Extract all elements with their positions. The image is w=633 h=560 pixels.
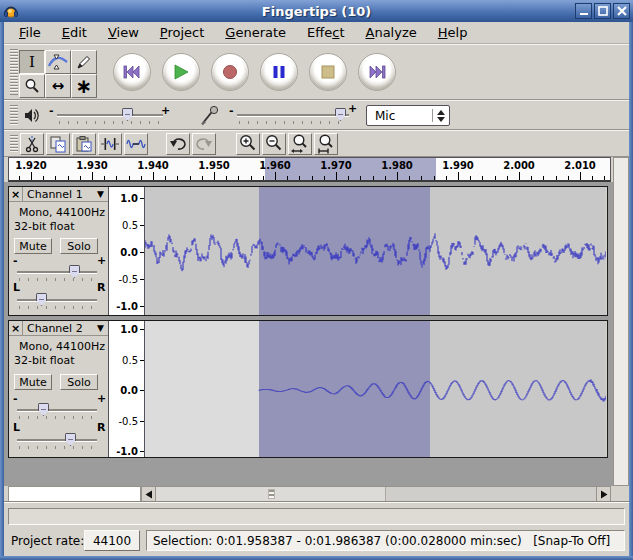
project-rate-label: Project rate: (11, 534, 84, 548)
window-border (0, 556, 633, 560)
silence-button[interactable] (124, 133, 148, 155)
play-button[interactable] (162, 53, 200, 91)
stop-button[interactable] (309, 53, 347, 91)
horizontal-scrollbar-track[interactable] (156, 486, 596, 502)
copy-icon (49, 135, 67, 153)
track2-pan-thumb[interactable] (65, 433, 76, 446)
menu-file[interactable]: File (13, 24, 47, 41)
input-source-select[interactable]: Mic (366, 105, 450, 126)
track1-solo-button[interactable]: Solo (60, 238, 98, 254)
menu-edit[interactable]: Edit (56, 24, 93, 41)
horizontal-scrollbar-thumb[interactable] (156, 487, 386, 501)
track2-gain-slider[interactable] (17, 403, 97, 419)
track1-mute-button[interactable]: Mute (14, 238, 52, 254)
spinner-down-icon (437, 117, 445, 122)
axis-label: 0.5 (122, 354, 138, 365)
vertical-scrollbar[interactable] (613, 157, 629, 486)
stop-icon (321, 65, 335, 79)
track1-pan-slider[interactable] (17, 293, 97, 309)
undo-button[interactable] (166, 133, 190, 155)
pause-icon (272, 65, 286, 79)
window-content: FileEditViewProjectGenerateEffectAnalyze… (4, 22, 629, 556)
scroll-left-button[interactable] (141, 486, 156, 502)
fit-selection-icon (290, 134, 310, 154)
track2-mute-button[interactable]: Mute (14, 374, 52, 390)
ruler-major-tick (458, 172, 459, 180)
fit-selection-button[interactable] (288, 133, 312, 155)
ruler-minor-tick (104, 176, 105, 180)
track1-title-bar: × Channel 1 ▼ (9, 187, 108, 202)
track2-solo-button[interactable]: Solo (60, 374, 98, 390)
track2-menu-dropdown-icon[interactable]: ▼ (97, 323, 108, 333)
copy-button[interactable] (46, 133, 70, 155)
menu-view[interactable]: View (102, 24, 145, 41)
close-button[interactable] (613, 3, 630, 19)
spinner-up-icon (437, 110, 445, 115)
toolbar-grip[interactable] (10, 105, 18, 125)
ruler-minor-tick (312, 176, 313, 180)
menu-analyze[interactable]: Analyze (360, 24, 423, 41)
menu-bar: FileEditViewProjectGenerateEffectAnalyze… (4, 22, 629, 44)
selection-tool-button[interactable]: I (19, 50, 45, 74)
minimize-icon (579, 6, 589, 16)
skip-to-start-button[interactable] (113, 53, 151, 91)
track1-format: Mono, 44100Hz (19, 206, 105, 219)
menu-effect[interactable]: Effect (301, 24, 350, 41)
axis-tick (140, 306, 144, 307)
track1-waveform[interactable] (145, 187, 607, 315)
draw-tool-button[interactable] (71, 50, 97, 74)
pause-button[interactable] (260, 53, 298, 91)
trim-button[interactable] (98, 133, 122, 155)
zoom-out-button[interactable] (262, 133, 286, 155)
multi-tool-button[interactable]: ∗ (71, 74, 97, 98)
maximize-icon (598, 6, 608, 16)
timeline-ruler[interactable]: 1.9201.9301.9401.9501.9601.9701.9801.990… (8, 157, 611, 182)
track1-menu-dropdown-icon[interactable]: ▼ (97, 189, 108, 199)
skip-to-end-button[interactable] (358, 53, 396, 91)
fit-project-button[interactable] (314, 133, 338, 155)
ruler-major-tick (153, 172, 154, 180)
toolbar-grip[interactable] (10, 135, 18, 152)
ruler-minor-tick (238, 176, 239, 180)
ruler-minor-tick (177, 176, 178, 180)
output-plus-label: + (161, 104, 170, 117)
output-volume-thumb[interactable] (122, 108, 133, 121)
select-spinner[interactable] (433, 110, 449, 122)
time-shift-tool-button[interactable]: ↔ (45, 74, 71, 98)
track1-gain-slider[interactable] (17, 265, 97, 281)
track2-gain-thumb[interactable] (38, 403, 49, 416)
track1-pan-thumb[interactable] (36, 293, 47, 306)
minimize-button[interactable] (575, 3, 592, 19)
scroll-right-button[interactable] (596, 486, 611, 502)
menu-generate[interactable]: Generate (219, 24, 292, 41)
track2-close-button[interactable]: × (9, 321, 23, 335)
maximize-button[interactable] (594, 3, 611, 19)
ruler-minor-tick (604, 176, 605, 180)
track1-gain-thumb[interactable] (69, 265, 80, 278)
paste-button[interactable] (72, 133, 96, 155)
project-rate-value[interactable]: 44100 (84, 530, 140, 551)
track2-waveform[interactable] (145, 321, 607, 457)
output-volume-slider[interactable] (57, 108, 163, 124)
play-icon (173, 64, 189, 80)
track1-close-button[interactable]: × (9, 187, 23, 201)
record-button[interactable] (211, 53, 249, 91)
menu-project[interactable]: Project (154, 24, 211, 41)
input-volume-thumb[interactable] (335, 108, 346, 121)
ruler-minor-tick (251, 176, 252, 180)
menu-help[interactable]: Help (432, 24, 474, 41)
ruler-minor-tick (141, 176, 142, 180)
input-volume-slider[interactable] (237, 108, 349, 124)
title-bar[interactable]: Fingertips (10) (0, 0, 633, 22)
zoom-in-button[interactable] (236, 133, 260, 155)
cut-button[interactable] (20, 133, 44, 155)
zoom-tool-button[interactable] (19, 74, 45, 98)
toolbar-grip[interactable] (10, 49, 18, 95)
envelope-tool-button[interactable] (45, 50, 71, 74)
window-title: Fingertips (10) (0, 4, 633, 19)
redo-button[interactable] (192, 133, 216, 155)
track2-pan-slider[interactable] (17, 433, 97, 449)
track2-name: Channel 2 (23, 322, 97, 335)
skip-to-start-icon (123, 65, 141, 79)
ruler-major-tick (214, 172, 215, 180)
